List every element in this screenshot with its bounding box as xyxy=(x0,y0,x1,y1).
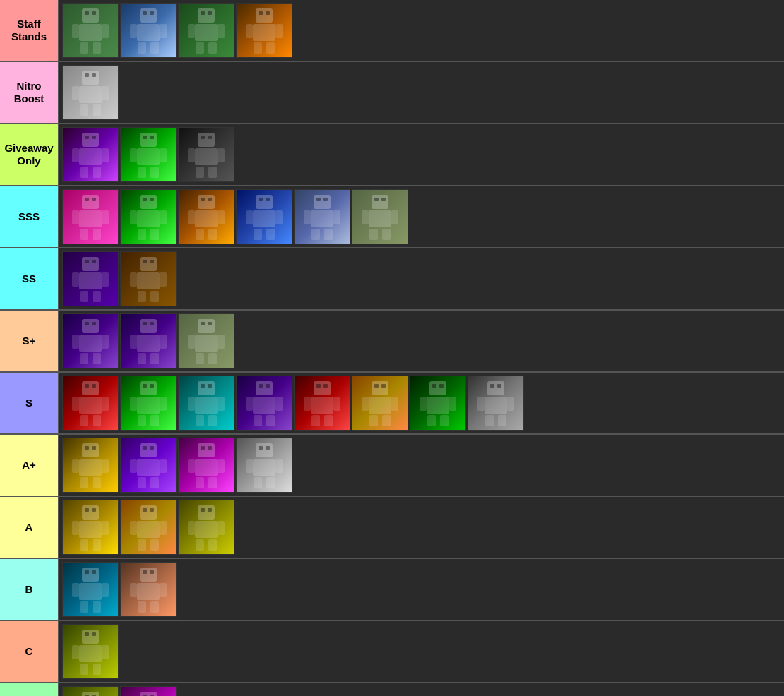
tier-item[interactable] xyxy=(120,127,177,182)
svg-rect-20 xyxy=(188,24,195,38)
svg-rect-145 xyxy=(201,322,205,325)
tier-label-sss: SSS xyxy=(0,186,59,247)
tier-item[interactable] xyxy=(236,376,292,431)
svg-rect-204 xyxy=(420,397,427,411)
tier-item[interactable] xyxy=(62,686,119,696)
svg-rect-14 xyxy=(138,42,146,54)
tier-items-b xyxy=(59,559,784,620)
svg-rect-212 xyxy=(477,397,485,411)
svg-rect-270 xyxy=(196,539,204,551)
tier-item[interactable] xyxy=(62,376,119,431)
tier-item[interactable] xyxy=(120,376,177,431)
tier-item[interactable] xyxy=(62,189,119,244)
tier-item[interactable] xyxy=(178,500,234,555)
svg-rect-64 xyxy=(82,195,99,209)
svg-rect-225 xyxy=(143,446,147,450)
svg-rect-208 xyxy=(487,381,504,395)
svg-rect-128 xyxy=(82,319,99,333)
svg-rect-167 xyxy=(150,415,159,426)
tier-item[interactable] xyxy=(62,500,119,555)
svg-rect-110 xyxy=(369,229,378,240)
tier-item[interactable] xyxy=(120,562,177,617)
tier-item[interactable] xyxy=(62,251,119,306)
tier-item[interactable] xyxy=(352,189,408,244)
svg-rect-4 xyxy=(72,24,79,38)
tier-item[interactable] xyxy=(120,686,177,696)
tier-items-sss xyxy=(59,186,784,247)
svg-rect-188 xyxy=(304,397,311,411)
tier-item[interactable] xyxy=(178,438,234,493)
tier-item[interactable] xyxy=(120,3,177,58)
svg-rect-141 xyxy=(160,335,167,349)
svg-rect-187 xyxy=(311,397,333,414)
svg-rect-173 xyxy=(218,397,225,411)
tier-label-giveaway: Giveaway Only xyxy=(0,124,59,185)
svg-rect-69 xyxy=(102,210,109,224)
svg-rect-25 xyxy=(259,11,263,15)
tier-item[interactable] xyxy=(468,376,524,431)
tier-label-staff: Staff Stands xyxy=(0,0,59,61)
svg-rect-47 xyxy=(93,167,101,178)
svg-rect-157 xyxy=(102,397,109,411)
svg-rect-82 xyxy=(208,198,212,201)
tier-item[interactable] xyxy=(120,500,177,555)
tier-item[interactable] xyxy=(120,313,177,368)
svg-rect-144 xyxy=(198,319,215,333)
svg-rect-36 xyxy=(72,86,79,100)
svg-rect-284 xyxy=(130,583,137,597)
tier-item[interactable] xyxy=(178,376,234,431)
tier-item[interactable] xyxy=(236,189,292,244)
tier-item[interactable] xyxy=(62,562,119,617)
svg-rect-169 xyxy=(201,384,205,388)
character-display xyxy=(63,128,118,181)
svg-rect-244 xyxy=(246,459,253,473)
tier-item[interactable] xyxy=(178,189,234,244)
tier-item[interactable] xyxy=(178,313,234,368)
tier-item[interactable] xyxy=(294,376,350,431)
svg-rect-77 xyxy=(160,210,167,224)
character-display xyxy=(179,128,234,181)
character-display xyxy=(295,376,350,430)
svg-rect-213 xyxy=(507,397,514,411)
tier-item[interactable] xyxy=(62,65,119,120)
tier-item[interactable] xyxy=(62,624,119,679)
svg-rect-228 xyxy=(130,459,137,473)
tier-item[interactable] xyxy=(236,438,292,493)
svg-rect-250 xyxy=(92,508,96,512)
svg-rect-13 xyxy=(160,24,167,38)
svg-rect-264 xyxy=(198,505,215,520)
svg-rect-273 xyxy=(85,570,89,574)
tier-row-s: S xyxy=(0,373,784,435)
tier-item[interactable] xyxy=(352,376,408,431)
svg-rect-0 xyxy=(82,8,99,23)
svg-rect-239 xyxy=(208,477,217,488)
tier-item[interactable] xyxy=(178,3,234,58)
tier-item[interactable] xyxy=(120,189,177,244)
svg-rect-179 xyxy=(253,397,275,414)
svg-rect-68 xyxy=(72,210,79,224)
tier-item[interactable] xyxy=(120,251,177,306)
tier-item[interactable] xyxy=(62,438,119,493)
tier-item[interactable] xyxy=(62,3,119,58)
svg-rect-258 xyxy=(150,508,154,512)
svg-rect-146 xyxy=(208,322,212,325)
svg-rect-133 xyxy=(102,335,109,349)
svg-rect-63 xyxy=(208,167,217,178)
svg-rect-163 xyxy=(137,397,160,414)
tier-item[interactable] xyxy=(120,438,177,493)
tier-item[interactable] xyxy=(178,127,234,182)
svg-rect-48 xyxy=(140,133,157,147)
character-display xyxy=(63,438,118,492)
tier-item[interactable] xyxy=(410,376,466,431)
svg-rect-219 xyxy=(79,459,102,476)
svg-rect-6 xyxy=(80,42,88,54)
tier-row-b: B xyxy=(0,559,784,621)
svg-rect-202 xyxy=(439,384,444,388)
svg-rect-126 xyxy=(138,291,146,302)
tier-item[interactable] xyxy=(236,3,292,58)
tier-item[interactable] xyxy=(62,127,119,182)
svg-rect-230 xyxy=(138,477,146,488)
tier-item[interactable] xyxy=(62,313,119,368)
tier-item[interactable] xyxy=(294,189,350,244)
svg-rect-83 xyxy=(195,210,218,227)
